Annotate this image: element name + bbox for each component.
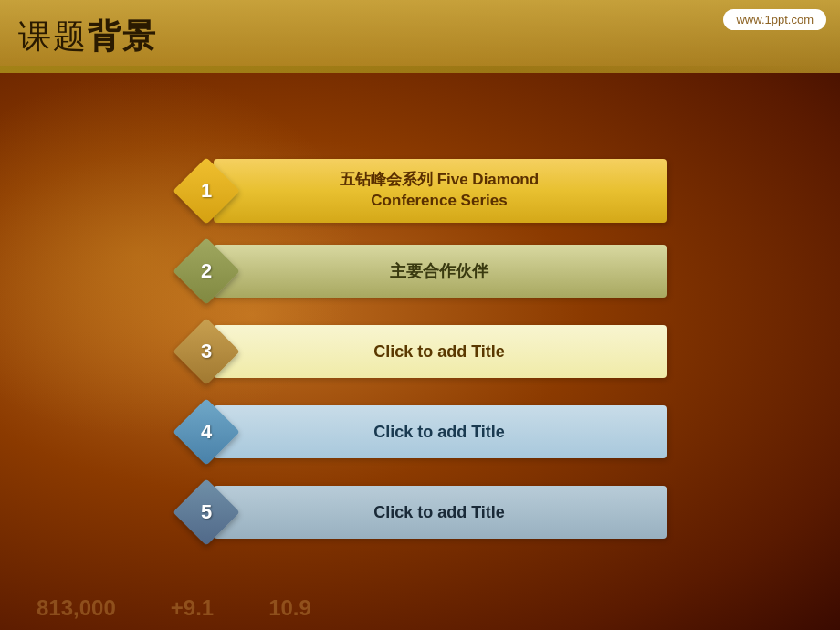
content-area: 1 五钻峰会系列 Five DiamondConference Series 2… [0,82,840,630]
list-item-1: 1 五钻峰会系列 Five DiamondConference Series [173,159,667,223]
list-item-2: 2 主要合作伙伴 [173,239,667,303]
item-box-3[interactable]: Click to add Title [214,325,667,378]
item-text-5: Click to add Title [373,501,505,523]
item-box-5[interactable]: Click to add Title [214,486,667,539]
item-box-2[interactable]: 主要合作伙伴 [214,245,667,298]
badge-number-1: 1 [201,179,212,203]
website-badge: www.1ppt.com [723,9,826,30]
list-item-5: 5 Click to add Title [173,480,667,544]
title-underline [0,66,840,73]
item-box-1[interactable]: 五钻峰会系列 Five DiamondConference Series [214,159,667,223]
item-text-4: Click to add Title [373,421,505,443]
badge-number-3: 3 [201,340,212,363]
badge-number-5: 5 [201,500,212,524]
header-bar: 课题背景 [0,0,840,73]
title-bold: 背景 [88,17,157,55]
item-text-2: 主要合作伙伴 [390,260,488,282]
item-box-4[interactable]: Click to add Title [214,405,667,458]
list-item-3: 3 Click to add Title [173,320,667,383]
item-text-3: Click to add Title [373,341,505,362]
item-text-1: 五钻峰会系列 Five DiamondConference Series [340,170,539,212]
list-item-4: 4 Click to add Title [173,400,667,464]
title-normal: 课题 [18,17,88,55]
badge-number-2: 2 [201,259,212,283]
page-title: 课题背景 [18,15,157,59]
badge-number-4: 4 [201,420,212,444]
